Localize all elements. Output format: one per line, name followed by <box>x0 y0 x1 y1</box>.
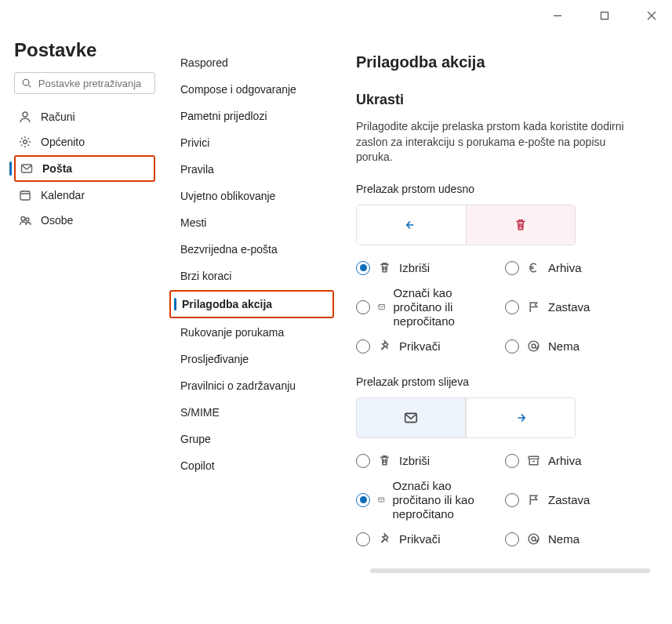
sidebar-item-label: Kalendar <box>41 189 85 201</box>
subnav-item[interactable]: Bezvrijedna e-pošta <box>169 237 334 262</box>
subnav-item[interactable]: Mesti <box>169 210 334 235</box>
sidebar-item-osobe[interactable]: Osobe <box>14 209 155 232</box>
settings-search-box[interactable] <box>14 72 155 94</box>
radio-icon <box>505 339 519 354</box>
radio-icon <box>356 454 370 468</box>
subnav-item[interactable]: Rukovanje porukama <box>169 320 334 345</box>
swipe-left-label: Prelazak prstom slijeva <box>356 375 664 388</box>
section-description: Prilagodite akcije prelaska prstom kada … <box>356 119 638 165</box>
sidebar-item-label: Osobe <box>41 214 73 227</box>
svg-rect-10 <box>601 13 608 20</box>
swipe-left-preview-right <box>466 398 575 437</box>
sidebar-item-kalendar[interactable]: Kalendar <box>14 183 155 207</box>
swipe-left-preview <box>356 397 576 438</box>
subnav-item[interactable]: S/MIME <box>169 400 334 425</box>
settings-title: Postavke <box>14 39 155 61</box>
radio-icon <box>505 493 519 507</box>
swipe-option[interactable]: Nema <box>505 339 638 354</box>
pin-icon <box>378 339 391 353</box>
swipe-option-label: Arhiva <box>548 454 582 468</box>
subnav-item[interactable]: Compose i odgovaranje <box>169 77 334 102</box>
window-titlebar <box>0 0 672 31</box>
subnav-item[interactable]: Copilot <box>169 453 334 478</box>
swipe-option-label: Prikvači <box>399 339 441 354</box>
swipe-right-preview-left <box>357 205 466 245</box>
swipe-option[interactable]: Prikvači <box>356 532 497 546</box>
swipe-option[interactable]: Izbriši <box>356 454 497 468</box>
swipe-option-label: Označi kao pročitano ili kao nepročitano <box>393 479 497 521</box>
swipe-right-options: IzbrišiArhivaOznači kao pročitano ili ne… <box>356 261 664 354</box>
subnav-item[interactable]: Brzi koraci <box>169 263 334 288</box>
at-icon <box>527 339 540 353</box>
subnav-item[interactable]: Prilagodba akcija <box>169 290 334 318</box>
subnav-item[interactable]: Pravilnici o zadržavanju <box>169 373 334 398</box>
sidebar-item-pošta[interactable]: Pošta <box>14 155 155 182</box>
radio-icon <box>505 454 519 468</box>
subnav-item[interactable]: Pravila <box>169 157 334 182</box>
swipe-right-label: Prelazak prstom udesno <box>356 183 664 195</box>
subnav-item[interactable]: Prosljeđivanje <box>169 346 334 372</box>
swipe-right-preview <box>356 205 576 245</box>
person-icon <box>19 111 31 123</box>
swipe-option[interactable]: Označi kao pročitano ili nepročitano <box>356 286 497 328</box>
trash-icon <box>378 454 391 467</box>
swipe-right-preview-right <box>466 205 576 245</box>
mail-icon <box>20 162 33 175</box>
subnav-item[interactable]: Privici <box>169 130 334 155</box>
swipe-option-label: Izbriši <box>399 454 430 468</box>
sidebar-item-label: Računi <box>41 111 75 123</box>
page-title: Prilagodba akcija <box>356 53 664 71</box>
sidebar-item-label: Općenito <box>41 136 85 148</box>
sidebar-item-računi[interactable]: Računi <box>14 105 155 129</box>
subnav-item[interactable]: Grupe <box>169 426 334 452</box>
pin-icon <box>378 532 391 546</box>
gear-icon <box>19 136 31 148</box>
radio-icon <box>356 339 370 354</box>
settings-search-input[interactable] <box>38 78 148 89</box>
swipe-option[interactable]: Zastava <box>505 479 638 521</box>
radio-icon <box>356 261 370 275</box>
horizontal-scrollbar[interactable] <box>370 568 650 573</box>
swipe-option[interactable]: Prikvači <box>356 339 497 354</box>
swipe-left-preview-left <box>357 398 466 437</box>
window-minimize-button[interactable] <box>543 5 572 27</box>
swipe-option-label: Prikvači <box>399 532 441 546</box>
swipe-option-label: Zastava <box>548 493 590 507</box>
swipe-option-label: Označi kao pročitano ili nepročitano <box>393 286 497 328</box>
radio-icon <box>356 493 370 507</box>
swipe-option[interactable]: Zastava <box>505 286 638 328</box>
swipe-option[interactable]: Nema <box>505 532 638 546</box>
search-icon <box>21 77 32 89</box>
mail-icon <box>404 411 418 425</box>
radio-icon <box>356 532 370 546</box>
radio-icon <box>505 300 519 314</box>
sidebar-item-općenito[interactable]: Općenito <box>14 130 155 154</box>
at-icon <box>527 532 540 546</box>
subnav-item[interactable]: Raspored <box>169 50 334 75</box>
radio-icon <box>505 532 519 546</box>
calendar-icon <box>19 189 31 201</box>
subnav-item[interactable]: Uvjetno oblikovanje <box>169 183 334 209</box>
radio-icon <box>505 261 519 275</box>
window-maximize-button[interactable] <box>590 5 619 27</box>
swipe-option-label: Zastava <box>548 300 590 314</box>
flag-icon <box>527 300 540 314</box>
swipe-option[interactable]: Označi kao pročitano ili kao nepročitano <box>356 479 497 521</box>
settings-nav: RačuniOpćenitoPoštaKalendarOsobe <box>14 105 155 232</box>
subnav-item[interactable]: Pametni prijedlozi <box>169 103 334 129</box>
mail-icon <box>378 493 385 506</box>
swipe-option-label: Izbriši <box>399 261 430 275</box>
euro-icon <box>527 261 540 274</box>
radio-icon <box>356 300 370 314</box>
swipe-option-label: Nema <box>548 339 579 354</box>
window-close-button[interactable] <box>637 5 666 27</box>
mail-settings-subnav: RasporedCompose i odgovaranjePametni pri… <box>169 50 334 478</box>
archive-icon <box>527 454 540 467</box>
swipe-option[interactable]: Arhiva <box>505 454 638 468</box>
swipe-option[interactable]: Izbriši <box>356 261 497 275</box>
arrow-left-icon <box>404 218 418 232</box>
section-title: Ukrasti <box>356 92 664 108</box>
swipe-option[interactable]: Arhiva <box>505 261 638 275</box>
sidebar-item-label: Pošta <box>42 162 72 175</box>
mail-icon <box>378 300 385 314</box>
